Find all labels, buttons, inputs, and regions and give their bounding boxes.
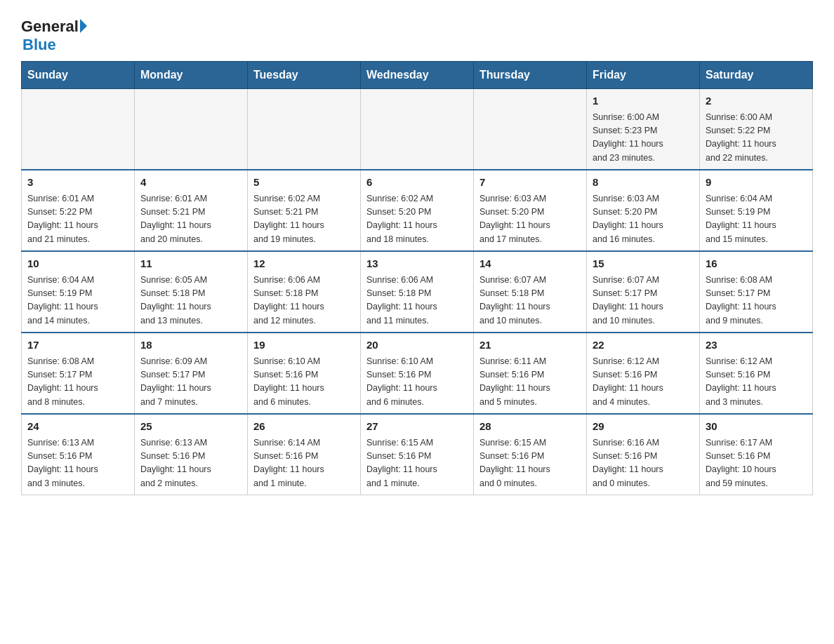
day-info: Sunrise: 6:17 AM Sunset: 5:16 PM Dayligh… bbox=[706, 436, 807, 491]
calendar-week-row: 24Sunrise: 6:13 AM Sunset: 5:16 PM Dayli… bbox=[22, 414, 813, 495]
day-number: 18 bbox=[140, 337, 241, 354]
day-info: Sunrise: 6:06 AM Sunset: 5:18 PM Dayligh… bbox=[253, 274, 355, 328]
weekday-header-tuesday: Tuesday bbox=[248, 62, 361, 89]
weekday-header-sunday: Sunday bbox=[22, 62, 135, 89]
day-number: 29 bbox=[593, 419, 694, 435]
day-number: 20 bbox=[366, 337, 468, 354]
day-info: Sunrise: 6:08 AM Sunset: 5:17 PM Dayligh… bbox=[706, 274, 807, 328]
day-info: Sunrise: 6:10 AM Sunset: 5:16 PM Dayligh… bbox=[253, 355, 355, 410]
calendar-cell bbox=[361, 89, 474, 170]
calendar-cell: 4Sunrise: 6:01 AM Sunset: 5:21 PM Daylig… bbox=[135, 170, 248, 251]
calendar-cell bbox=[135, 89, 248, 170]
calendar-cell: 5Sunrise: 6:02 AM Sunset: 5:21 PM Daylig… bbox=[248, 170, 361, 251]
day-info: Sunrise: 6:00 AM Sunset: 5:23 PM Dayligh… bbox=[593, 111, 694, 166]
weekday-header-saturday: Saturday bbox=[700, 62, 813, 89]
calendar-cell: 15Sunrise: 6:07 AM Sunset: 5:17 PM Dayli… bbox=[587, 251, 700, 333]
day-info: Sunrise: 6:13 AM Sunset: 5:16 PM Dayligh… bbox=[140, 436, 241, 491]
day-number: 16 bbox=[706, 256, 807, 272]
day-info: Sunrise: 6:00 AM Sunset: 5:22 PM Dayligh… bbox=[706, 111, 807, 166]
calendar-cell: 2Sunrise: 6:00 AM Sunset: 5:22 PM Daylig… bbox=[700, 89, 813, 170]
day-number: 4 bbox=[140, 175, 241, 191]
day-number: 24 bbox=[27, 419, 128, 435]
day-number: 26 bbox=[253, 419, 355, 435]
day-number: 19 bbox=[253, 337, 355, 354]
calendar-table: SundayMondayTuesdayWednesdayThursdayFrid… bbox=[21, 61, 813, 495]
day-number: 12 bbox=[253, 256, 355, 272]
calendar-cell: 13Sunrise: 6:06 AM Sunset: 5:18 PM Dayli… bbox=[361, 251, 474, 333]
calendar-cell: 6Sunrise: 6:02 AM Sunset: 5:20 PM Daylig… bbox=[361, 170, 474, 251]
calendar-week-row: 17Sunrise: 6:08 AM Sunset: 5:17 PM Dayli… bbox=[22, 333, 813, 414]
calendar-cell: 24Sunrise: 6:13 AM Sunset: 5:16 PM Dayli… bbox=[22, 414, 135, 495]
calendar-cell: 25Sunrise: 6:13 AM Sunset: 5:16 PM Dayli… bbox=[135, 414, 248, 495]
day-info: Sunrise: 6:01 AM Sunset: 5:21 PM Dayligh… bbox=[140, 192, 241, 247]
day-number: 3 bbox=[27, 175, 128, 191]
calendar-cell: 28Sunrise: 6:15 AM Sunset: 5:16 PM Dayli… bbox=[474, 414, 587, 495]
logo-blue-word: Blue bbox=[22, 36, 56, 54]
day-info: Sunrise: 6:01 AM Sunset: 5:22 PM Dayligh… bbox=[27, 192, 128, 247]
day-number: 8 bbox=[593, 175, 694, 191]
day-number: 7 bbox=[479, 175, 581, 191]
weekday-header-wednesday: Wednesday bbox=[361, 62, 474, 89]
calendar-cell: 10Sunrise: 6:04 AM Sunset: 5:19 PM Dayli… bbox=[22, 251, 135, 333]
day-info: Sunrise: 6:08 AM Sunset: 5:17 PM Dayligh… bbox=[27, 355, 128, 410]
day-info: Sunrise: 6:03 AM Sunset: 5:20 PM Dayligh… bbox=[593, 192, 694, 247]
calendar-body: 1Sunrise: 6:00 AM Sunset: 5:23 PM Daylig… bbox=[22, 89, 813, 495]
day-number: 11 bbox=[140, 256, 241, 272]
day-info: Sunrise: 6:12 AM Sunset: 5:16 PM Dayligh… bbox=[593, 355, 694, 410]
day-info: Sunrise: 6:12 AM Sunset: 5:16 PM Dayligh… bbox=[706, 355, 807, 410]
day-info: Sunrise: 6:06 AM Sunset: 5:18 PM Dayligh… bbox=[366, 274, 468, 328]
calendar-cell: 29Sunrise: 6:16 AM Sunset: 5:16 PM Dayli… bbox=[587, 414, 700, 495]
logo-arrow-icon bbox=[80, 19, 87, 33]
weekday-header-monday: Monday bbox=[135, 62, 248, 89]
calendar-cell: 19Sunrise: 6:10 AM Sunset: 5:16 PM Dayli… bbox=[248, 333, 361, 414]
day-info: Sunrise: 6:04 AM Sunset: 5:19 PM Dayligh… bbox=[706, 192, 807, 247]
calendar-cell: 16Sunrise: 6:08 AM Sunset: 5:17 PM Dayli… bbox=[700, 251, 813, 333]
calendar-cell: 27Sunrise: 6:15 AM Sunset: 5:16 PM Dayli… bbox=[361, 414, 474, 495]
day-info: Sunrise: 6:02 AM Sunset: 5:21 PM Dayligh… bbox=[253, 192, 355, 247]
calendar-header: SundayMondayTuesdayWednesdayThursdayFrid… bbox=[22, 62, 813, 89]
day-number: 27 bbox=[366, 419, 468, 435]
weekday-header-row: SundayMondayTuesdayWednesdayThursdayFrid… bbox=[22, 62, 813, 89]
calendar-cell: 12Sunrise: 6:06 AM Sunset: 5:18 PM Dayli… bbox=[248, 251, 361, 333]
day-number: 21 bbox=[479, 337, 581, 354]
logo-general-word: General bbox=[21, 18, 79, 36]
logo-blue-line: Blue bbox=[21, 36, 56, 54]
day-info: Sunrise: 6:15 AM Sunset: 5:16 PM Dayligh… bbox=[366, 436, 468, 491]
day-number: 28 bbox=[479, 419, 581, 435]
day-number: 25 bbox=[140, 419, 241, 435]
calendar-cell: 22Sunrise: 6:12 AM Sunset: 5:16 PM Dayli… bbox=[587, 333, 700, 414]
calendar-cell bbox=[22, 89, 135, 170]
calendar-week-row: 1Sunrise: 6:00 AM Sunset: 5:23 PM Daylig… bbox=[22, 89, 813, 170]
day-info: Sunrise: 6:05 AM Sunset: 5:18 PM Dayligh… bbox=[140, 274, 241, 328]
calendar-cell: 14Sunrise: 6:07 AM Sunset: 5:18 PM Dayli… bbox=[474, 251, 587, 333]
day-info: Sunrise: 6:10 AM Sunset: 5:16 PM Dayligh… bbox=[366, 355, 468, 410]
calendar-cell: 9Sunrise: 6:04 AM Sunset: 5:19 PM Daylig… bbox=[700, 170, 813, 251]
page-header: General Blue bbox=[21, 14, 813, 54]
logo-general-text: General bbox=[21, 18, 87, 36]
calendar-cell bbox=[248, 89, 361, 170]
day-info: Sunrise: 6:07 AM Sunset: 5:17 PM Dayligh… bbox=[593, 274, 694, 328]
day-info: Sunrise: 6:16 AM Sunset: 5:16 PM Dayligh… bbox=[593, 436, 694, 491]
day-number: 10 bbox=[27, 256, 128, 272]
calendar-cell: 21Sunrise: 6:11 AM Sunset: 5:16 PM Dayli… bbox=[474, 333, 587, 414]
calendar-cell: 3Sunrise: 6:01 AM Sunset: 5:22 PM Daylig… bbox=[22, 170, 135, 251]
day-number: 5 bbox=[253, 175, 355, 191]
day-info: Sunrise: 6:14 AM Sunset: 5:16 PM Dayligh… bbox=[253, 436, 355, 491]
weekday-header-thursday: Thursday bbox=[474, 62, 587, 89]
day-number: 14 bbox=[479, 256, 581, 272]
day-info: Sunrise: 6:13 AM Sunset: 5:16 PM Dayligh… bbox=[27, 436, 128, 491]
day-number: 17 bbox=[27, 337, 128, 354]
day-number: 2 bbox=[706, 93, 807, 109]
calendar-week-row: 3Sunrise: 6:01 AM Sunset: 5:22 PM Daylig… bbox=[22, 170, 813, 251]
calendar-cell: 23Sunrise: 6:12 AM Sunset: 5:16 PM Dayli… bbox=[700, 333, 813, 414]
calendar-cell: 11Sunrise: 6:05 AM Sunset: 5:18 PM Dayli… bbox=[135, 251, 248, 333]
calendar-week-row: 10Sunrise: 6:04 AM Sunset: 5:19 PM Dayli… bbox=[22, 251, 813, 333]
day-info: Sunrise: 6:04 AM Sunset: 5:19 PM Dayligh… bbox=[27, 274, 128, 328]
calendar-cell: 20Sunrise: 6:10 AM Sunset: 5:16 PM Dayli… bbox=[361, 333, 474, 414]
day-number: 1 bbox=[593, 93, 694, 109]
calendar-cell: 7Sunrise: 6:03 AM Sunset: 5:20 PM Daylig… bbox=[474, 170, 587, 251]
day-info: Sunrise: 6:15 AM Sunset: 5:16 PM Dayligh… bbox=[479, 436, 581, 491]
day-number: 22 bbox=[593, 337, 694, 354]
day-number: 15 bbox=[593, 256, 694, 272]
day-number: 23 bbox=[706, 337, 807, 354]
